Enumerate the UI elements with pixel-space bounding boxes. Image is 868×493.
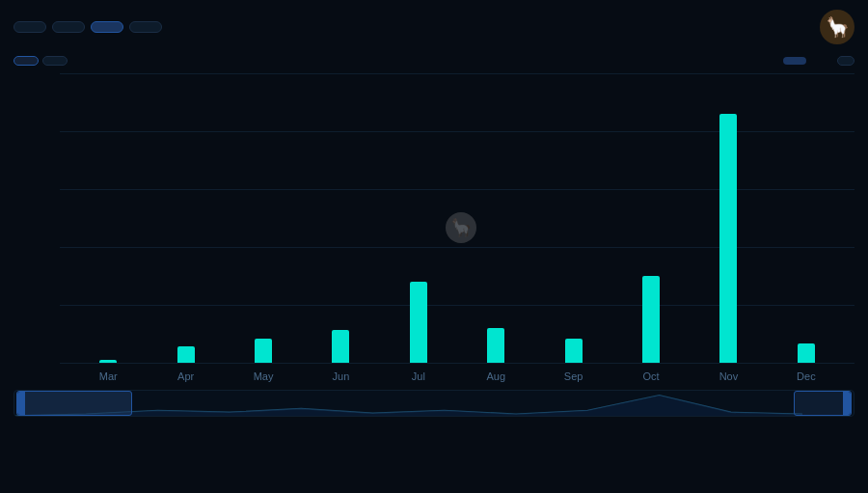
avatar-area: 🦙: [820, 10, 854, 44]
currency-usd[interactable]: [14, 56, 39, 66]
x-label-mar: Mar: [69, 370, 147, 382]
currency-sol[interactable]: [42, 56, 68, 66]
bar-group-aug: [457, 328, 534, 363]
bar-apr: [177, 346, 195, 363]
bar-mar: [99, 360, 117, 363]
scroll-mini-chart: [14, 391, 802, 416]
period-cumulative[interactable]: [810, 57, 833, 65]
bar-jun: [332, 330, 349, 363]
bar-group-jul: [380, 282, 457, 363]
bars-container: [60, 73, 854, 363]
bar-group-may: [225, 339, 302, 363]
scroll-area[interactable]: [14, 390, 854, 434]
x-label-dec: Dec: [768, 370, 845, 382]
x-labels: MarAprMayJunJulAugSepOctNovDec: [60, 370, 854, 382]
x-label-sep: Sep: [534, 370, 611, 382]
embed-button[interactable]: [837, 56, 854, 66]
grid-line-0: [60, 363, 854, 364]
tab-revenue[interactable]: [91, 21, 123, 33]
x-label-nov: Nov: [690, 370, 767, 382]
x-label-aug: Aug: [457, 370, 534, 382]
second-bar: [0, 52, 868, 73]
bar-nov: [719, 114, 737, 363]
tab-fees[interactable]: [52, 21, 85, 33]
scroll-handle-left[interactable]: [17, 392, 25, 415]
scroll-thumb-left[interactable]: [16, 391, 132, 416]
tab-tweets[interactable]: [129, 21, 162, 33]
bar-oct: [642, 276, 660, 363]
chart-inner: 🦙 MarAprMayJunJulAugSepOctNovDec: [60, 73, 854, 382]
bar-dec: [798, 343, 815, 363]
chart-area: 🦙 MarAprMayJunJulAugSepOctNovDec: [14, 73, 854, 382]
period-group: [729, 56, 854, 66]
scroll-thumb-right[interactable]: [794, 391, 852, 416]
avatar: 🦙: [820, 10, 854, 44]
bar-group-apr: [147, 346, 224, 363]
bar-sep: [565, 339, 583, 363]
period-monthly[interactable]: [783, 57, 806, 65]
bar-group-nov: [690, 114, 767, 363]
tab-group: [14, 21, 162, 33]
x-label-oct: Oct: [612, 370, 690, 382]
bar-group-dec: [768, 343, 845, 363]
bar-group-sep: [534, 339, 611, 363]
bar-group-oct: [612, 276, 690, 363]
x-label-apr: Apr: [147, 370, 224, 382]
currency-group: [14, 56, 68, 66]
bar-may: [255, 339, 272, 363]
x-label-jun: Jun: [302, 370, 379, 382]
bar-group-jun: [302, 330, 379, 363]
bar-aug: [487, 328, 504, 363]
svg-marker-0: [14, 396, 802, 416]
bar-jul: [410, 282, 427, 363]
period-weekly[interactable]: [756, 57, 779, 65]
bar-group-mar: [69, 360, 147, 363]
x-label-may: May: [225, 370, 302, 382]
period-daily[interactable]: [729, 57, 752, 65]
scroll-track[interactable]: [14, 390, 854, 417]
top-bar: 🦙: [0, 0, 868, 52]
y-axis: [14, 73, 60, 382]
tab-volume[interactable]: [14, 21, 46, 33]
x-label-jul: Jul: [380, 370, 457, 382]
scroll-handle-right[interactable]: [843, 392, 851, 415]
